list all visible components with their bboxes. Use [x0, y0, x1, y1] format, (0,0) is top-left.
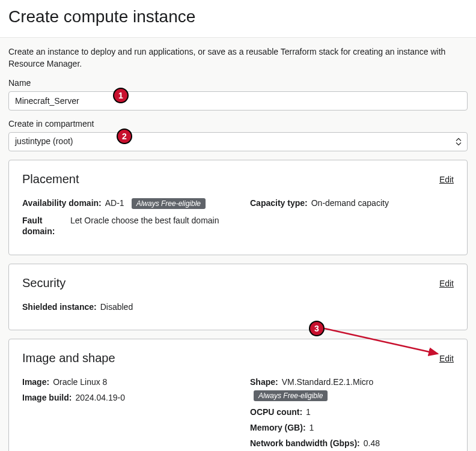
bandwidth-key: Network bandwidth (Gbps):	[250, 438, 360, 448]
image-key: Image:	[22, 377, 49, 387]
security-title: Security	[22, 276, 66, 290]
memory-key: Memory (GB):	[250, 423, 306, 432]
availability-domain-key: Availability domain:	[22, 198, 102, 208]
security-card: Security Edit Shielded instance: Disable…	[8, 264, 468, 330]
name-label: Name	[8, 78, 468, 88]
fault-domain-value: Let Oracle choose the best fault domain	[70, 216, 219, 225]
capacity-type-key: Capacity type:	[250, 198, 308, 208]
image-build-key: Image build:	[22, 393, 72, 402]
availability-domain-value: AD-1	[105, 198, 124, 208]
name-input[interactable]	[8, 91, 468, 110]
compartment-label: Create in compartment	[8, 119, 468, 129]
always-free-badge: Always Free-eligible	[132, 198, 206, 209]
image-value: Oracle Linux 8	[53, 377, 107, 387]
shape-key: Shape:	[250, 377, 278, 387]
placement-edit-link[interactable]: Edit	[439, 175, 454, 184]
shielded-key: Shielded instance:	[22, 302, 97, 312]
fault-domain-key: Fault domain:	[22, 216, 55, 236]
shape-always-free-badge: Always Free-eligible	[254, 390, 328, 401]
memory-value: 1	[310, 423, 314, 432]
placement-card: Placement Edit Availability domain: AD-1…	[8, 160, 468, 255]
image-shape-edit-link[interactable]: Edit	[439, 354, 454, 363]
security-edit-link[interactable]: Edit	[439, 279, 454, 288]
capacity-type-value: On-demand capacity	[311, 198, 389, 208]
ocpu-value: 1	[306, 407, 311, 417]
shape-value: VM.Standard.E2.1.Micro	[282, 377, 374, 387]
image-shape-card: Image and shape Edit Image: Oracle Linux…	[8, 339, 468, 451]
shielded-value: Disabled	[100, 302, 133, 312]
placement-title: Placement	[22, 172, 79, 186]
image-build-value: 2024.04.19-0	[75, 393, 125, 402]
page-description: Create an instance to deploy and run app…	[8, 46, 468, 70]
page-title: Create compute instance	[8, 7, 468, 26]
ocpu-key: OCPU count:	[250, 407, 302, 417]
bandwidth-value: 0.48	[364, 438, 380, 448]
compartment-select[interactable]: justintype (root)	[8, 132, 468, 151]
image-shape-title: Image and shape	[22, 351, 115, 365]
